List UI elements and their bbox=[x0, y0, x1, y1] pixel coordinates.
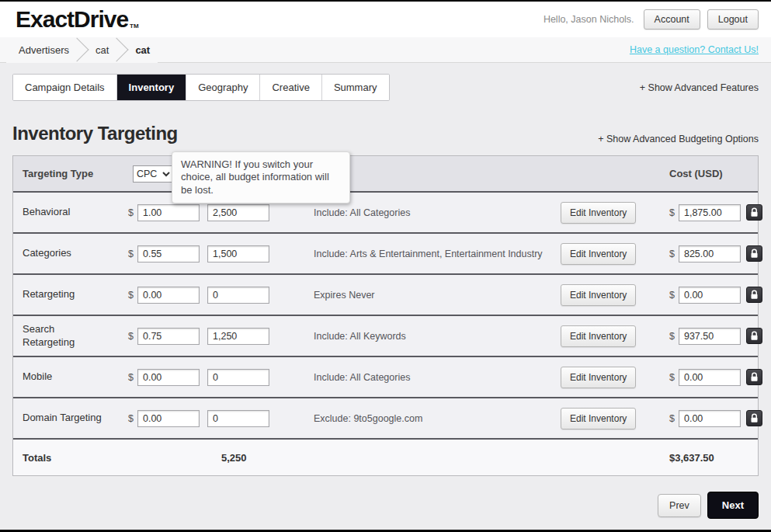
lock-button[interactable] bbox=[746, 204, 762, 221]
pricing-model-select[interactable]: CPC bbox=[133, 165, 173, 183]
totals-row: Totals 5,250 $3,637.50 bbox=[13, 438, 758, 475]
targeting-type-label: Search Retargeting bbox=[13, 323, 114, 349]
price-input[interactable] bbox=[137, 245, 200, 263]
breadcrumb: Advertisers cat cat bbox=[6, 37, 158, 63]
quantity-input[interactable] bbox=[207, 369, 269, 386]
price-input[interactable] bbox=[137, 369, 200, 386]
lock-button[interactable] bbox=[746, 410, 762, 426]
inventory-description: Expires Never bbox=[297, 290, 561, 301]
table-row: Domain Targeting $ Exclude: 9to5google.c… bbox=[13, 397, 758, 438]
edit-inventory-button[interactable]: Edit Inventory bbox=[561, 367, 636, 388]
show-advanced-features-toggle[interactable]: + Show Advanced Features bbox=[640, 82, 759, 93]
cost-input[interactable] bbox=[679, 328, 741, 345]
cost-input[interactable] bbox=[679, 287, 741, 304]
inventory-description: Exclude: 9to5google.com bbox=[297, 413, 561, 424]
inventory-table: WARNING! If you switch your choice, all … bbox=[12, 155, 759, 476]
targeting-type-label: Mobile bbox=[13, 370, 114, 383]
dollar-label: $ bbox=[128, 372, 134, 383]
cost-input[interactable] bbox=[679, 204, 741, 221]
table-row: Categories $ Include: Arts & Entertainme… bbox=[13, 232, 758, 273]
price-input[interactable] bbox=[137, 287, 200, 304]
dollar-label: $ bbox=[669, 249, 675, 259]
quantity-cell bbox=[207, 204, 297, 221]
cost-header: Cost (USD) bbox=[654, 168, 758, 179]
price-cell: $ bbox=[114, 287, 207, 304]
dollar-label: $ bbox=[669, 331, 675, 342]
user-greeting: Hello, Jason Nichols. bbox=[544, 14, 634, 25]
logo-text: ExactDrive bbox=[16, 6, 128, 33]
edit-inventory-button[interactable]: Edit Inventory bbox=[561, 243, 636, 265]
price-cell: $ bbox=[114, 369, 207, 386]
tab-creative[interactable]: Creative bbox=[260, 75, 321, 100]
lock-icon bbox=[750, 207, 759, 217]
price-cell: $ bbox=[114, 410, 207, 427]
prev-button[interactable]: Prev bbox=[658, 494, 701, 517]
cost-cell: $ bbox=[654, 328, 758, 345]
dollar-label: $ bbox=[669, 290, 675, 301]
dollar-label: $ bbox=[128, 290, 134, 301]
edit-inventory-button[interactable]: Edit Inventory bbox=[561, 325, 636, 347]
lock-icon bbox=[750, 290, 759, 300]
quantity-input[interactable] bbox=[207, 328, 269, 345]
tab-summary[interactable]: Summary bbox=[322, 75, 389, 100]
quantity-cell bbox=[207, 328, 297, 345]
table-row: Mobile $ Include: All Categories Edit In… bbox=[13, 356, 758, 397]
page: ExactDrive TM Hello, Jason Nichols. Acco… bbox=[0, 0, 771, 532]
tabs-row: Campaign Details Inventory Geography Cre… bbox=[12, 74, 759, 101]
lock-icon bbox=[750, 372, 759, 382]
edit-cell: Edit Inventory bbox=[561, 325, 654, 347]
cost-input[interactable] bbox=[679, 369, 741, 386]
price-input[interactable] bbox=[137, 410, 200, 427]
edit-inventory-button[interactable]: Edit Inventory bbox=[561, 408, 636, 429]
edit-cell: Edit Inventory bbox=[561, 243, 654, 265]
show-advanced-budgeting-toggle[interactable]: + Show Advanced Budgeting Options bbox=[598, 134, 759, 144]
price-input[interactable] bbox=[137, 328, 200, 345]
contact-us-link[interactable]: Have a question? Contact Us! bbox=[630, 44, 759, 55]
inventory-description: Include: Arts & Entertainment, Entertain… bbox=[297, 249, 561, 259]
quantity-input[interactable] bbox=[207, 410, 269, 427]
lock-icon bbox=[750, 249, 759, 259]
lock-button[interactable] bbox=[746, 369, 762, 385]
edit-cell: Edit Inventory bbox=[561, 284, 654, 306]
table-header-row: Targeting Type CPC Cost (USD) bbox=[13, 156, 758, 191]
lock-button[interactable] bbox=[746, 328, 762, 344]
next-button[interactable]: Next bbox=[707, 492, 759, 519]
edit-inventory-button[interactable]: Edit Inventory bbox=[561, 202, 636, 224]
quantity-input[interactable] bbox=[207, 204, 269, 221]
dollar-label: $ bbox=[669, 372, 675, 383]
quantity-cell bbox=[207, 369, 297, 386]
trademark-label: TM bbox=[128, 23, 139, 33]
cpc-warning-tooltip: WARNING! If you switch your choice, all … bbox=[172, 151, 350, 203]
page-title: Inventory Targeting bbox=[12, 123, 178, 144]
logout-button[interactable]: Logout bbox=[707, 9, 759, 30]
targeting-type-label: Retargeting bbox=[13, 288, 114, 301]
quantity-cell bbox=[207, 287, 297, 304]
lock-button[interactable] bbox=[746, 245, 762, 262]
tab-inventory[interactable]: Inventory bbox=[117, 75, 187, 100]
inventory-description: Include: All Categories bbox=[297, 207, 561, 218]
header-right: Hello, Jason Nichols. Account Logout bbox=[544, 9, 759, 30]
edit-cell: Edit Inventory bbox=[561, 408, 654, 429]
quantity-input[interactable] bbox=[207, 287, 269, 304]
header: ExactDrive TM Hello, Jason Nichols. Acco… bbox=[0, 2, 771, 37]
main-content: Campaign Details Inventory Geography Cre… bbox=[0, 63, 771, 530]
account-button[interactable]: Account bbox=[644, 9, 700, 30]
quantity-cell bbox=[207, 410, 297, 427]
targeting-type-label: Domain Targeting bbox=[13, 412, 114, 424]
quantity-input[interactable] bbox=[207, 245, 269, 263]
cost-cell: $ bbox=[654, 287, 758, 304]
breadcrumb-strip: Advertisers cat cat Have a question? Con… bbox=[0, 37, 771, 63]
targeting-type-label: Behavioral bbox=[13, 206, 114, 218]
price-input[interactable] bbox=[137, 204, 200, 221]
edit-inventory-button[interactable]: Edit Inventory bbox=[561, 284, 636, 306]
cost-input[interactable] bbox=[679, 245, 741, 263]
totals-cost: $3,637.50 bbox=[654, 452, 758, 464]
price-cell: $ bbox=[114, 204, 207, 221]
dollar-label: $ bbox=[128, 413, 134, 424]
cost-cell: $ bbox=[654, 204, 758, 221]
tab-campaign-details[interactable]: Campaign Details bbox=[13, 75, 117, 100]
lock-button[interactable] bbox=[746, 287, 762, 303]
quantity-cell bbox=[207, 245, 297, 263]
cost-input[interactable] bbox=[679, 410, 741, 427]
tab-geography[interactable]: Geography bbox=[186, 75, 260, 100]
